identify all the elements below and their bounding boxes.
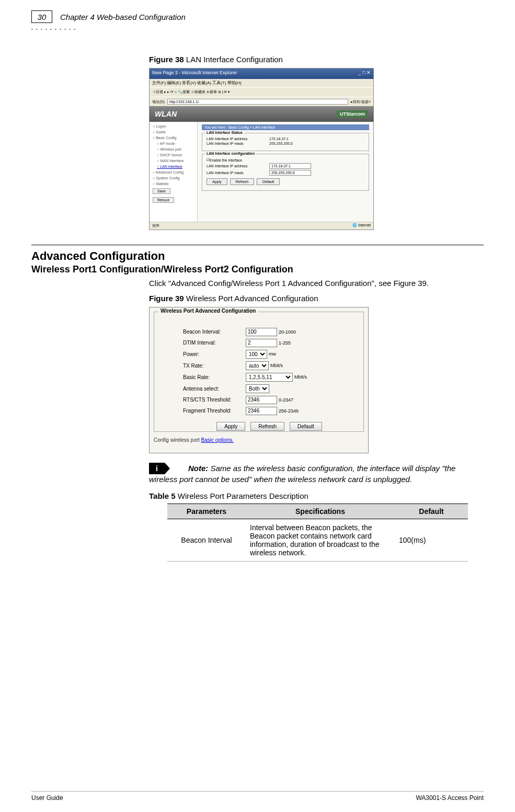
table5-caption: Table 5 Wireless Port Parameters Descrip…	[149, 491, 484, 500]
config-mask-input[interactable]: 255.255.255.0	[269, 170, 311, 176]
wireless-legend: Wireless Port Advanced Configuration	[158, 308, 258, 314]
basicrate-select[interactable]: 1,2,5.5,11	[246, 373, 293, 382]
app-header: WLAN UTStarcom	[150, 106, 373, 122]
nav-wireless[interactable]: ○ Wireless port	[155, 146, 196, 152]
table5-name: Wireless Port Parameters Description	[176, 491, 308, 500]
refresh-button-2[interactable]: Refresh	[250, 422, 284, 431]
antenna-select[interactable]: Both	[246, 384, 269, 393]
beacon-range: 20-1000	[279, 329, 296, 335]
rtscts-label: RTS/CTS Threshold:	[183, 397, 246, 403]
apply-button[interactable]: Apply	[207, 178, 227, 185]
power-unit: mw	[269, 351, 276, 357]
th-default: Default	[395, 504, 468, 519]
figure38-caption: Figure 38 LAN Interface Configuration	[149, 55, 484, 64]
browser-addressbar: 地址(D) http://192.168.1.1/ ▸转到 链接»	[150, 97, 373, 106]
default-button-2[interactable]: Default	[290, 422, 322, 431]
status-legend: LAN Interface Status	[205, 131, 244, 134]
browser-menubar: 文件(F) 编辑(E) 查看(V) 收藏(A) 工具(T) 帮助(H)	[150, 79, 373, 87]
status-mask-value: 255.255.255.0	[269, 142, 293, 145]
cell-spec: Interval between Beacon packets, the Bea…	[246, 519, 395, 562]
txrate-unit: Mbit/s	[270, 363, 283, 368]
footer-text: Config wireless port	[154, 437, 201, 443]
frag-range: 256-2346	[279, 408, 299, 414]
decorative-dots: • • • • • • • • • •	[31, 27, 484, 31]
addr-input[interactable]: http://192.168.1.1/	[167, 99, 348, 105]
dtim-label: DTIM Interval:	[183, 340, 246, 346]
note-text: Note: Same as the wireless basic configu…	[149, 463, 468, 486]
rtscts-input[interactable]	[246, 396, 277, 404]
beacon-label: Beacon Interval:	[183, 329, 246, 335]
basic-options-link[interactable]: Basic options.	[201, 437, 234, 443]
section-title: Advanced Configuration	[31, 249, 484, 263]
save-button[interactable]: Save	[153, 188, 170, 194]
antenna-label: Antenna select:	[183, 386, 246, 392]
th-specifications: Specifications	[246, 504, 395, 519]
main-panel: You are here : Basic Config » LAN Interf…	[198, 122, 373, 222]
nav-ap[interactable]: ○ AP mode	[155, 141, 196, 146]
default-button[interactable]: Default	[257, 178, 280, 185]
basicrate-unit: Mbit/s	[294, 374, 307, 380]
figure39-label: Figure 39	[149, 294, 184, 303]
config-footer: Config wireless port Basic options.	[154, 437, 364, 443]
beacon-input[interactable]	[246, 328, 277, 336]
enable-label: Enable the interface	[210, 158, 242, 162]
refresh-button[interactable]: Refresh	[230, 178, 255, 185]
txrate-select[interactable]: auto	[246, 361, 269, 370]
footer-right: WA3001-S Access Point	[416, 794, 484, 802]
browser-statusbar: 完毕 🌐 Internet	[150, 222, 373, 230]
nav-guide[interactable]: ○ Guide	[151, 129, 196, 135]
status-left: 完毕	[152, 223, 159, 228]
nav-logon[interactable]: ○ Logon	[151, 123, 196, 129]
figure38-label: Figure 38	[149, 55, 184, 64]
rtscts-range: 0-2347	[279, 397, 293, 403]
power-select[interactable]: 100	[246, 350, 267, 359]
config-legend: LAN Interface configuration	[205, 152, 256, 155]
apply-button-2[interactable]: Apply	[216, 422, 245, 431]
txrate-label: TX Rate:	[183, 363, 246, 369]
parameters-table: Parameters Specifications Default Beacon…	[167, 504, 468, 562]
section-rule	[31, 245, 484, 245]
info-icon: i	[149, 463, 165, 474]
subsection-title: Wireless Port1 Configuration/Wireless Po…	[31, 264, 484, 275]
power-label: Power:	[183, 351, 246, 357]
utstarcom-logo: UTStarcom	[337, 110, 368, 118]
dtim-range: 1-255	[279, 340, 291, 346]
frag-label: Fragment Threshold:	[183, 408, 246, 414]
nav-basic[interactable]: ○ Basic Config	[151, 135, 196, 141]
cell-default: 100(ms)	[395, 519, 468, 562]
figure39-caption: Figure 39 Wireless Port Advanced Configu…	[149, 294, 484, 303]
chapter-title: Chapter 4 Web-based Configuration	[60, 13, 186, 21]
th-parameters: Parameters	[167, 504, 246, 519]
addr-label: 地址(D)	[152, 99, 165, 105]
nav-dhcp[interactable]: ○ DHCP Server	[155, 152, 196, 158]
config-ip-input[interactable]: 172.18.37.1	[269, 163, 311, 169]
nav-lan[interactable]: ○ LAN Interface	[155, 164, 196, 169]
window-controls: _ □ ✕	[359, 70, 371, 77]
reboot-button[interactable]: Reboot	[153, 197, 174, 203]
page-footer: User Guide WA3001-S Access Point	[31, 791, 484, 802]
nav-advanced[interactable]: ○ Advanced Config	[151, 169, 196, 175]
table-row: Beacon Interval Interval between Beacon …	[167, 519, 468, 562]
table5-label: Table 5	[149, 491, 176, 500]
config-ip-label: LAN Interface IP address:	[207, 164, 269, 168]
go-button[interactable]: ▸转到 链接»	[351, 99, 371, 105]
table-header-row: Parameters Specifications Default	[167, 504, 468, 519]
wlan-logo: WLAN	[155, 110, 177, 118]
cell-param: Beacon Interval	[167, 519, 246, 562]
page-header: 30 Chapter 4 Web-based Configuration	[31, 10, 484, 23]
dtim-input[interactable]	[246, 339, 277, 347]
figure38-screenshot: New Page 2 - Microsoft Internet Explorer…	[149, 68, 374, 230]
nav-statistic[interactable]: ○ Statistic	[151, 181, 196, 187]
browser-titlebar: New Page 2 - Microsoft Internet Explorer…	[150, 68, 373, 79]
status-right: 🌐 Internet	[352, 223, 371, 228]
page-number: 30	[31, 10, 52, 23]
lan-config-fieldset: LAN Interface configuration ☑ Enable the…	[202, 154, 369, 191]
nav-wan[interactable]: ○ WAN Interface	[155, 158, 196, 164]
lan-status-fieldset: LAN Interface Status LAN Interface IP ad…	[202, 133, 369, 151]
frag-input[interactable]	[246, 407, 277, 415]
nav-system[interactable]: ○ System Config	[151, 175, 196, 181]
basicrate-label: Basic Rate:	[183, 374, 246, 380]
status-ip-label: LAN Interface IP address:	[207, 137, 269, 141]
wireless-config-fieldset: Wireless Port Advanced Configuration Bea…	[154, 312, 364, 432]
sidebar-nav: ○ Logon ○ Guide ○ Basic Config ○ AP mode…	[150, 122, 198, 222]
